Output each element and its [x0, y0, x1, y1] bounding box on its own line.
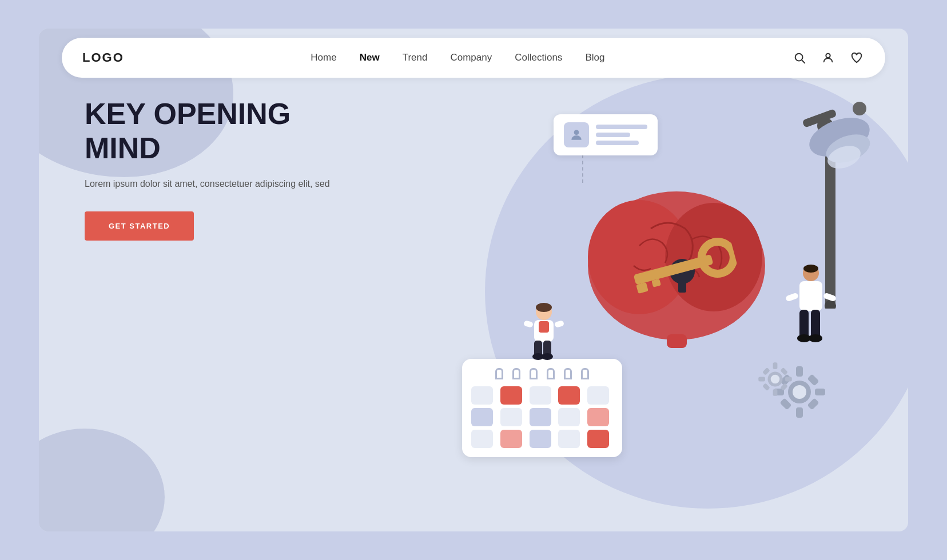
svg-rect-25	[796, 407, 803, 418]
svg-rect-45	[539, 321, 549, 333]
profile-avatar	[564, 122, 589, 147]
svg-rect-24	[796, 366, 803, 377]
nav-item-blog[interactable]: Blog	[585, 52, 604, 63]
calendar-rings	[471, 368, 613, 379]
nav-item-new[interactable]: New	[360, 52, 380, 63]
calendar-illustration	[462, 359, 622, 457]
search-icon[interactable]	[791, 50, 807, 66]
svg-rect-50	[523, 320, 534, 328]
svg-rect-60	[823, 293, 837, 302]
profile-line-2	[596, 133, 630, 137]
svg-rect-56	[811, 310, 820, 338]
heart-icon[interactable]	[849, 50, 865, 66]
nav-link-company[interactable]: Company	[450, 52, 492, 63]
nav-link-home[interactable]: Home	[311, 52, 336, 63]
nav-link-blog[interactable]: Blog	[585, 52, 604, 63]
svg-rect-38	[762, 367, 770, 375]
svg-point-49	[542, 353, 553, 360]
nav-item-company[interactable]: Company	[450, 52, 492, 63]
svg-rect-27	[815, 389, 825, 395]
cal-cell-3	[530, 386, 551, 405]
hero-subtitle: Lorem ipsum dolor sit amet, consectetuer…	[85, 177, 359, 191]
svg-rect-29	[807, 374, 819, 386]
svg-rect-9	[667, 334, 687, 348]
blob-bottom-left	[39, 429, 165, 531]
hero-section: KEY OPENING MIND Lorem ipsum dolor sit a…	[85, 97, 359, 241]
logo: LOGO	[82, 50, 124, 65]
cal-cell-10	[587, 408, 609, 426]
svg-rect-51	[554, 320, 564, 328]
cal-cell-5	[587, 386, 609, 405]
get-started-button[interactable]: GET STARTED	[85, 211, 194, 241]
svg-rect-40	[762, 383, 770, 391]
ring-1	[495, 368, 503, 379]
svg-line-1	[802, 60, 805, 63]
svg-point-33	[771, 375, 780, 384]
svg-point-11	[698, 238, 738, 278]
nav-item-trend[interactable]: Trend	[403, 52, 428, 63]
svg-rect-54	[799, 281, 822, 311]
svg-point-23	[793, 385, 806, 399]
svg-point-17	[853, 102, 866, 115]
svg-rect-39	[780, 367, 788, 375]
cal-cell-14	[558, 430, 580, 448]
cal-cell-13	[530, 430, 551, 448]
nav-link-collections[interactable]: Collections	[515, 52, 562, 63]
svg-rect-41	[780, 383, 788, 391]
svg-point-53	[803, 265, 818, 273]
svg-point-3	[574, 130, 579, 135]
nav-link-trend[interactable]: Trend	[403, 52, 428, 63]
cal-cell-2	[500, 386, 522, 405]
cal-cell-6	[471, 408, 493, 426]
page-wrapper: LOGO Home New Trend Company Collections …	[39, 29, 908, 531]
illustration	[428, 80, 897, 509]
ring-4	[547, 368, 555, 379]
svg-rect-34	[773, 362, 778, 369]
svg-rect-37	[785, 377, 792, 382]
nav-links: Home New Trend Company Collections Blog	[311, 52, 604, 63]
user-icon[interactable]	[820, 50, 836, 66]
cal-cell-9	[558, 408, 580, 426]
calendar-grid	[471, 386, 613, 448]
profile-card	[554, 114, 658, 155]
svg-rect-59	[785, 293, 799, 302]
navbar: LOGO Home New Trend Company Collections …	[62, 38, 885, 78]
cal-cell-8	[530, 408, 551, 426]
cal-cell-15	[587, 430, 609, 448]
cal-cell-11	[471, 430, 493, 448]
cal-cell-1	[471, 386, 493, 405]
svg-point-58	[809, 334, 822, 342]
nav-icons	[791, 50, 865, 66]
svg-point-43	[536, 303, 552, 312]
ring-2	[512, 368, 520, 379]
svg-rect-31	[807, 398, 819, 410]
ring-6	[581, 368, 589, 379]
nav-item-home[interactable]: Home	[311, 52, 336, 63]
cal-cell-7	[500, 408, 522, 426]
cal-cell-12	[500, 430, 522, 448]
svg-point-2	[826, 54, 830, 58]
hero-title: KEY OPENING MIND	[85, 97, 359, 166]
svg-rect-36	[758, 377, 765, 382]
ring-3	[530, 368, 538, 379]
svg-rect-55	[799, 310, 809, 338]
profile-line-1	[596, 125, 647, 129]
svg-rect-35	[773, 389, 778, 396]
doctor-standing-figure	[782, 263, 839, 357]
cal-cell-4	[558, 386, 580, 405]
ring-5	[564, 368, 572, 379]
doctor-sitting-figure	[518, 302, 570, 367]
profile-lines	[596, 125, 647, 145]
nav-item-collections[interactable]: Collections	[515, 52, 562, 63]
profile-line-3	[596, 141, 639, 145]
gear-small-icon	[757, 361, 794, 400]
nav-link-new[interactable]: New	[360, 52, 380, 63]
